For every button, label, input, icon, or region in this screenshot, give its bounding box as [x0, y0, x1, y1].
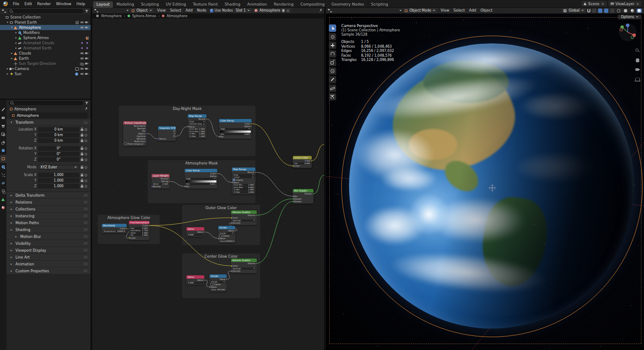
shading-material-button[interactable]	[630, 9, 635, 13]
node-header[interactable]: Divide	[218, 226, 235, 229]
node-value-field[interactable]: To Max3.000	[233, 191, 255, 193]
socket-val-icon[interactable]	[169, 178, 170, 180]
pan-hand-icon[interactable]	[635, 57, 641, 63]
lock-icon[interactable]	[81, 174, 83, 177]
node-value-field[interactable]: Fac1.000	[130, 234, 149, 236]
drag-handle-icon[interactable]	[84, 121, 88, 124]
node-value-field[interactable]: 5.000	[187, 282, 204, 284]
panel-motion-blur[interactable]: Motion Blur	[6, 233, 91, 240]
lock-icon[interactable]	[81, 186, 83, 188]
socket-val-icon[interactable]	[231, 271, 232, 272]
viewport-menu-object[interactable]: Object	[478, 8, 495, 13]
view-layer-selector[interactable]: ViewLayer	[608, 1, 641, 6]
menu-window[interactable]: Window	[54, 0, 74, 8]
number-field[interactable]: 0°	[38, 157, 79, 162]
color-ramp-gradient[interactable]	[185, 180, 216, 183]
node-value[interactable]: ValueValue5.000	[186, 275, 204, 285]
expand-right-icon[interactable]	[6, 67, 9, 70]
socket-val-icon[interactable]	[218, 238, 219, 239]
lock-icon[interactable]	[81, 129, 83, 131]
scene-selector[interactable]: Scene	[581, 1, 606, 6]
outliner-row-camera[interactable]: Camera	[0, 66, 91, 71]
node-value-field[interactable]: Value100.000	[210, 289, 226, 291]
panel-delta-transform[interactable]: Delta Transform	[6, 192, 91, 199]
filter-icon[interactable]	[85, 9, 88, 13]
toggle-xray-icon[interactable]	[610, 9, 614, 13]
socket-vec-icon[interactable]	[146, 125, 147, 127]
cam-toggle-icon[interactable]	[85, 67, 89, 71]
workspace-tab-compositing[interactable]: Compositing	[297, 1, 328, 8]
drag-handle-icon[interactable]	[84, 228, 88, 231]
node-value-field[interactable]: To Min1.000	[233, 189, 255, 191]
panel-viewport-display[interactable]: Viewport Display	[6, 247, 91, 254]
node-header[interactable]: Value	[186, 227, 204, 231]
node-header[interactable]: Blackbody	[102, 224, 127, 227]
drag-handle-icon[interactable]	[84, 249, 88, 252]
socket-val-icon[interactable]	[185, 186, 185, 187]
expand-right-icon[interactable]	[10, 57, 14, 60]
node-divide[interactable]: DivideValueDivideClampValueValue100000.0	[218, 226, 235, 243]
properties-tab-tool[interactable]	[0, 106, 6, 114]
outliner-row-sphere-atmos[interactable]: Sphere.Atmos	[0, 35, 91, 40]
filter-icon[interactable]	[85, 101, 88, 105]
number-field[interactable]: 0 km	[38, 127, 79, 132]
workspace-tab-layout[interactable]: Layout	[93, 1, 113, 8]
tool-measure-button[interactable]	[329, 85, 336, 92]
viewport-menu-select[interactable]: Select	[451, 8, 467, 13]
socket-val-icon[interactable]	[232, 182, 233, 183]
menu-edit[interactable]: Edit	[22, 0, 34, 8]
shading-wireframe-button[interactable]	[616, 9, 621, 13]
socket-val-icon[interactable]	[176, 136, 176, 137]
socket-val-icon[interactable]	[293, 196, 294, 197]
zoom-icon[interactable]	[635, 48, 641, 54]
animate-dot[interactable]	[85, 158, 87, 161]
drag-handle-icon[interactable]	[84, 214, 88, 217]
drag-handle-icon[interactable]	[84, 221, 88, 224]
socket-val-icon[interactable]	[176, 131, 176, 132]
node-value-field[interactable]: From Min0.000	[188, 128, 206, 130]
number-field[interactable]: 1.000	[38, 173, 79, 177]
eye-toggle-icon[interactable]	[80, 72, 84, 76]
node-select[interactable]: Rayleigh	[232, 268, 256, 270]
shading-rendered-button[interactable]	[637, 9, 642, 13]
socket-val-icon[interactable]	[219, 136, 220, 137]
dot-toggle-icon[interactable]	[85, 41, 89, 45]
number-field[interactable]: 0°	[38, 152, 79, 156]
transform-orientation-select[interactable]: Global	[562, 8, 586, 13]
number-field[interactable]: 0 km	[38, 133, 79, 137]
node-header[interactable]: Volume Scatter	[231, 210, 257, 214]
node-value-field[interactable]: Temperature25000.0	[103, 230, 126, 232]
tex-toggle-icon[interactable]	[86, 37, 89, 40]
properties-tab-modifiers[interactable]	[0, 163, 6, 171]
outliner-editor-icon[interactable]	[2, 9, 6, 13]
properties-tab-material[interactable]	[0, 204, 6, 212]
tool-annotate-button[interactable]	[329, 76, 336, 83]
blender-logo-icon[interactable]	[3, 1, 8, 6]
node-hue-saturation-value[interactable]: Hue/Saturation/ValueColorHue0.450Saturat…	[129, 221, 149, 240]
properties-tab-viewlayer[interactable]	[0, 130, 6, 138]
node-value-field[interactable]: Blend0.500	[152, 183, 169, 185]
use-nodes-checkbox[interactable]	[210, 9, 213, 12]
node-color-ramp[interactable]: Color RampColorAlphaRGBPos0.011Fac	[185, 169, 217, 189]
eye-toggle-icon[interactable]	[80, 57, 84, 61]
node-header[interactable]: Map Range	[232, 167, 255, 171]
show-overlays-icon[interactable]	[604, 9, 608, 13]
lock-icon[interactable]	[81, 148, 83, 150]
node-value-field[interactable]: Fac0.600	[294, 162, 311, 164]
breadcrumb-object-name[interactable]: Atmosphere	[14, 107, 36, 111]
node-select[interactable]: Rayleigh	[232, 219, 256, 222]
node-menu-node[interactable]: Node	[195, 8, 209, 13]
socket-vec-icon[interactable]	[158, 138, 159, 140]
node-header[interactable]: Texture Coordinate	[123, 121, 146, 125]
animate-dot[interactable]	[85, 140, 87, 142]
slot-select[interactable]: Slot 1	[234, 8, 252, 13]
socket-col-icon[interactable]	[231, 217, 232, 219]
panel-custom-properties[interactable]: Custom Properties	[6, 268, 91, 274]
tool-scale-button[interactable]	[329, 59, 336, 66]
menu-render[interactable]: Render	[35, 0, 54, 8]
node-value-field[interactable]: Pos0.605	[220, 133, 251, 135]
viewport-menu-add[interactable]: Add	[467, 8, 478, 13]
node-value-field[interactable]: To Min0.000	[188, 133, 206, 135]
node-invert-color[interactable]: Invert ColorColorFac0.600Color	[293, 156, 312, 168]
socket-val-icon[interactable]	[210, 286, 210, 288]
